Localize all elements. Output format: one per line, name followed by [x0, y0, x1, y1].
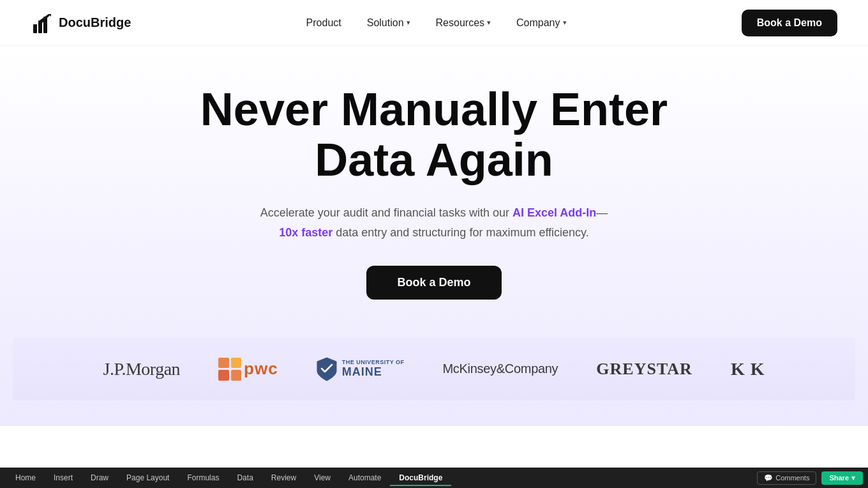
- logo-text: DocuBridge: [59, 15, 131, 30]
- nav-item-product[interactable]: Product: [306, 17, 341, 29]
- excel-tab-pagelayout[interactable]: Page Layout: [117, 469, 178, 486]
- nav-book-demo-button[interactable]: Book a Demo: [742, 10, 837, 36]
- excel-tab-home[interactable]: Home: [6, 469, 45, 486]
- hero-title: Never Manually Enter Data Again: [200, 84, 668, 185]
- excel-tabs: Home Insert Draw Page Layout Formulas Da…: [6, 469, 451, 486]
- hero-book-demo-button[interactable]: Book a Demo: [366, 266, 501, 300]
- logo-pwc: pwc: [218, 358, 278, 381]
- excel-tab-insert[interactable]: Insert: [45, 469, 82, 486]
- highlight-10x: 10x faster: [279, 226, 333, 239]
- comment-icon: 💬: [764, 474, 773, 482]
- logo-kk: K K: [731, 359, 765, 379]
- excel-right-actions: 💬 Comments Share ▾: [757, 471, 868, 485]
- chevron-down-icon: ▾: [851, 474, 855, 482]
- excel-tab-docubridge[interactable]: DocuBridge: [390, 469, 451, 486]
- chevron-down-icon: ▾: [487, 19, 491, 27]
- excel-tab-formulas[interactable]: Formulas: [178, 469, 228, 486]
- excel-share-button[interactable]: Share ▾: [821, 471, 863, 485]
- highlight-ai-excel: AI Excel Add-In: [513, 206, 596, 219]
- nav-item-resources[interactable]: Resources ▾: [436, 17, 491, 29]
- logo-link[interactable]: DocuBridge: [31, 11, 131, 34]
- svg-rect-0: [33, 24, 37, 33]
- maine-shield-icon: [317, 357, 337, 381]
- excel-tab-data[interactable]: Data: [228, 469, 262, 486]
- excel-tab-review[interactable]: Review: [262, 469, 305, 486]
- excel-tab-automate[interactable]: Automate: [340, 469, 390, 486]
- chevron-down-icon: ▾: [407, 19, 410, 27]
- logo-greystar: GREYSTAR: [596, 360, 692, 379]
- chevron-down-icon: ▾: [563, 19, 567, 27]
- logo-mckinsey: McKinsey&Company: [443, 362, 558, 376]
- logos-strip: J.P.Morgan pwc THE UNIVERSITY OF MAINE: [13, 338, 855, 400]
- excel-comments-button[interactable]: 💬 Comments: [757, 471, 816, 485]
- logo-umaine: THE UNIVERSITY OF MAINE: [317, 357, 405, 381]
- navbar: DocuBridge Product Solution ▾ Resources …: [0, 0, 868, 46]
- nav-item-solution[interactable]: Solution ▾: [367, 17, 410, 29]
- hero-subtitle: Accelerate your audit and financial task…: [260, 203, 608, 242]
- logo-icon: [31, 11, 54, 34]
- logo-jpmorgan: J.P.Morgan: [103, 359, 181, 379]
- nav-item-company[interactable]: Company ▾: [516, 17, 566, 29]
- excel-bottom-bar: Home Insert Draw Page Layout Formulas Da…: [0, 468, 868, 488]
- excel-tab-draw[interactable]: Draw: [82, 469, 117, 486]
- hero-section: Never Manually Enter Data Again Accelera…: [0, 46, 868, 426]
- nav-links: Product Solution ▾ Resources ▾ Company ▾: [306, 17, 567, 29]
- excel-tab-view[interactable]: View: [305, 469, 340, 486]
